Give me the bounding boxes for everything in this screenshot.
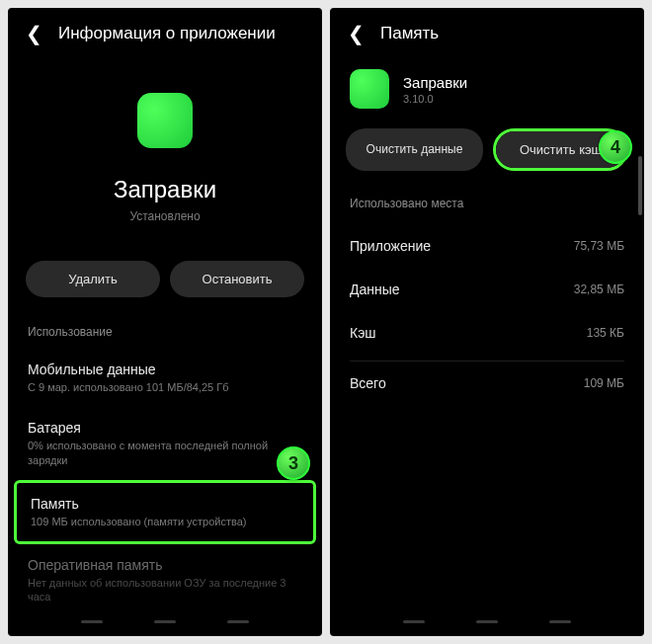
section-usage-label: Использование xyxy=(8,305,322,349)
app-icon xyxy=(350,69,389,109)
nav-bar xyxy=(8,606,322,636)
step-badge-4: 4 xyxy=(599,130,632,164)
kv-key: Кэш xyxy=(350,325,376,341)
highlight-storage: Память 109 МБ использовано (памяти устро… xyxy=(14,480,316,544)
section-space-label: Использовано места xyxy=(330,177,644,220)
app-mini-text: Заправки 3.10.0 xyxy=(403,74,467,105)
list-item-title: Память xyxy=(31,496,299,512)
app-name: Заправки xyxy=(114,176,216,203)
list-item-storage[interactable]: Память 109 МБ использовано (памяти устро… xyxy=(17,483,313,541)
list-item-title: Оперативная память xyxy=(28,557,302,573)
row-data: Данные 32,85 МБ xyxy=(330,268,644,311)
row-app: Приложение 75,73 МБ xyxy=(330,224,644,268)
list-item-title: Мобильные данные xyxy=(28,362,302,377)
nav-recent-icon[interactable] xyxy=(403,620,425,623)
kv-val: 75,73 МБ xyxy=(574,239,624,253)
storage-breakdown: Приложение 75,73 МБ Данные 32,85 МБ Кэш … xyxy=(330,220,644,409)
app-status: Установлено xyxy=(129,209,200,223)
kv-val: 135 КБ xyxy=(587,326,624,340)
scrollbar[interactable] xyxy=(638,156,642,215)
list-item-sub: 109 МБ использовано (памяти устройства) xyxy=(31,515,299,528)
nav-bar xyxy=(330,606,644,636)
list-item-sub: 0% использовано с момента последней полн… xyxy=(28,439,302,467)
app-mini: Заправки 3.10.0 xyxy=(330,53,644,115)
header-bar: ❮ Память xyxy=(330,8,644,53)
kv-key: Данные xyxy=(350,282,400,297)
list-item-sub: Нет данных об использовании ОЗУ за после… xyxy=(28,576,302,604)
app-icon xyxy=(137,93,193,148)
list-item-mobile-data[interactable]: Мобильные данные С 9 мар. использовано 1… xyxy=(8,349,322,407)
list-item-sub: С 9 мар. использовано 101 МБ/84,25 Гб xyxy=(28,380,302,394)
back-icon[interactable]: ❮ xyxy=(348,22,365,45)
nav-recent-icon[interactable] xyxy=(81,620,103,623)
force-stop-button[interactable]: Остановить xyxy=(170,261,304,297)
nav-home-icon[interactable] xyxy=(154,620,176,623)
kv-val: 32,85 МБ xyxy=(574,282,624,296)
nav-back-icon[interactable] xyxy=(227,620,249,623)
kv-val: 109 МБ xyxy=(584,376,624,390)
kv-key: Всего xyxy=(350,375,386,391)
clear-data-button[interactable]: Очистить данные xyxy=(346,128,483,171)
app-hero: Заправки Установлено xyxy=(8,53,322,243)
uninstall-button[interactable]: Удалить xyxy=(26,261,160,297)
nav-home-icon[interactable] xyxy=(476,620,498,623)
kv-key: Приложение xyxy=(350,238,431,254)
row-cache: Кэш 135 КБ xyxy=(330,311,644,355)
row-total: Всего 109 МБ xyxy=(330,362,644,405)
page-title: Память xyxy=(380,24,439,43)
app-version: 3.10.0 xyxy=(403,93,467,105)
screen-app-info: ❮ Информация о приложении Заправки Устан… xyxy=(8,8,322,636)
back-icon[interactable]: ❮ xyxy=(26,22,42,45)
screen-storage: ❮ Память Заправки 3.10.0 Очистить данные… xyxy=(330,8,644,636)
action-row: Удалить Остановить xyxy=(8,243,322,305)
nav-back-icon[interactable] xyxy=(549,620,571,623)
list-item-battery[interactable]: Батарея 0% использовано с момента послед… xyxy=(8,407,322,480)
app-name: Заправки xyxy=(403,74,467,91)
page-title: Информация о приложении xyxy=(58,24,276,43)
list-item-title: Батарея xyxy=(28,420,302,436)
header-bar: ❮ Информация о приложении xyxy=(8,8,322,53)
step-badge-3: 3 xyxy=(277,446,310,480)
action-row: Очистить данные Очистить кэш xyxy=(330,115,644,177)
